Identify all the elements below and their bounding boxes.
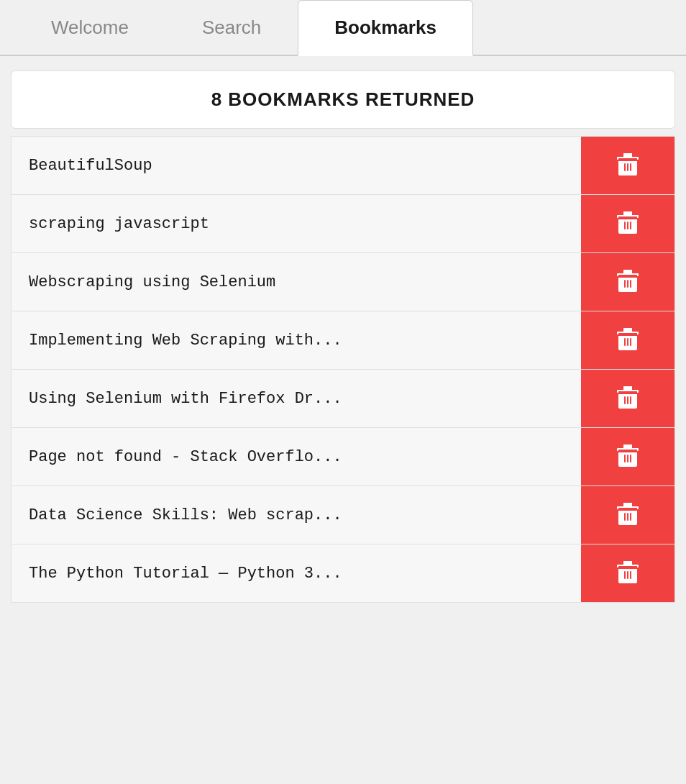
bookmark-title: Data Science Skills: Web scrap...: [12, 492, 360, 539]
bookmark-title: BeautifulSoup: [12, 142, 170, 189]
svg-rect-40: [618, 391, 637, 394]
svg-rect-69: [624, 571, 626, 579]
svg-rect-7: [627, 163, 628, 171]
bookmark-list: BeautifulSoup scraping javascript: [11, 136, 675, 603]
svg-rect-51: [624, 455, 626, 462]
trash-icon: [617, 386, 639, 411]
svg-rect-67: [618, 566, 637, 569]
svg-rect-24: [624, 280, 626, 288]
svg-rect-62: [630, 513, 631, 521]
svg-rect-70: [627, 571, 628, 579]
tabs-container: Welcome Search Bookmarks: [0, 0, 686, 56]
bookmark-title: Using Selenium with Firefox Dr...: [12, 375, 360, 422]
list-item: BeautifulSoup: [11, 136, 675, 195]
svg-rect-26: [630, 280, 631, 288]
svg-rect-57: [623, 503, 632, 505]
svg-rect-58: [618, 508, 637, 511]
list-item: Data Science Skills: Web scrap...: [11, 486, 675, 544]
bookmarks-count-text: 8 BOOKMARKS RETURNED: [211, 88, 475, 110]
list-item: scraping javascript: [11, 195, 675, 253]
svg-rect-48: [623, 445, 632, 447]
trash-icon: [617, 328, 639, 352]
delete-bookmark-button[interactable]: [581, 137, 674, 194]
svg-rect-39: [623, 386, 632, 388]
svg-rect-30: [623, 328, 632, 330]
svg-rect-8: [630, 163, 631, 171]
tab-search[interactable]: Search: [165, 0, 298, 55]
svg-rect-34: [627, 338, 628, 346]
trash-icon: [617, 270, 639, 294]
svg-rect-3: [623, 153, 632, 155]
delete-bookmark-button[interactable]: [581, 428, 674, 486]
svg-rect-15: [624, 222, 626, 229]
svg-rect-6: [624, 163, 626, 171]
list-item: Implementing Web Scraping with...: [11, 311, 675, 370]
bookmarks-header: 8 BOOKMARKS RETURNED: [11, 70, 675, 129]
list-item: The Python Tutorial — Python 3...: [11, 544, 675, 603]
content-area: 8 BOOKMARKS RETURNED BeautifulSoup scrap…: [0, 56, 686, 617]
svg-rect-13: [618, 216, 637, 219]
bookmark-title: The Python Tutorial — Python 3...: [12, 550, 360, 597]
svg-rect-42: [624, 396, 626, 404]
list-item: Using Selenium with Firefox Dr...: [11, 370, 675, 428]
delete-bookmark-button[interactable]: [581, 253, 674, 311]
bookmark-title: Webscraping using Selenium: [12, 259, 293, 306]
svg-rect-43: [627, 396, 628, 404]
svg-rect-61: [627, 513, 628, 521]
bookmark-title: Page not found - Stack Overflo...: [12, 434, 360, 480]
tab-welcome[interactable]: Welcome: [14, 0, 165, 55]
svg-rect-52: [627, 455, 628, 462]
svg-rect-66: [623, 561, 632, 563]
bookmark-title: Implementing Web Scraping with...: [12, 317, 360, 364]
trash-icon: [617, 211, 639, 236]
trash-icon: [617, 561, 639, 585]
svg-rect-12: [623, 211, 632, 214]
trash-icon: [617, 503, 639, 527]
svg-rect-17: [630, 222, 631, 229]
delete-bookmark-button[interactable]: [581, 311, 674, 369]
svg-rect-49: [618, 450, 637, 452]
svg-rect-22: [618, 275, 637, 278]
delete-bookmark-button[interactable]: [581, 370, 674, 427]
tab-bookmarks[interactable]: Bookmarks: [298, 0, 473, 56]
svg-rect-35: [630, 338, 631, 346]
delete-bookmark-button[interactable]: [581, 486, 674, 544]
list-item: Page not found - Stack Overflo...: [11, 428, 675, 486]
svg-rect-44: [630, 396, 631, 404]
svg-rect-71: [630, 571, 631, 579]
list-item: Webscraping using Selenium: [11, 253, 675, 311]
trash-icon: [617, 153, 639, 178]
svg-rect-53: [630, 455, 631, 462]
delete-bookmark-button[interactable]: [581, 195, 674, 252]
svg-rect-16: [627, 222, 628, 229]
svg-rect-4: [618, 158, 637, 161]
trash-icon: [617, 445, 639, 469]
bookmark-title: scraping javascript: [12, 201, 227, 247]
delete-bookmark-button[interactable]: [581, 544, 674, 602]
svg-rect-31: [618, 333, 637, 336]
svg-rect-60: [624, 513, 626, 521]
svg-rect-33: [624, 338, 626, 346]
svg-rect-25: [627, 280, 628, 288]
svg-rect-21: [623, 270, 632, 272]
